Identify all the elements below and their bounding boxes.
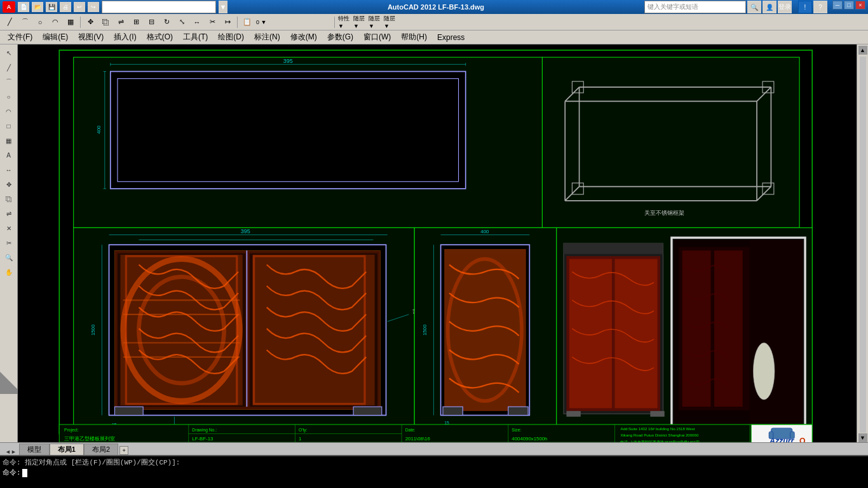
scroll-down[interactable]: ▼	[858, 433, 867, 442]
tool-erase[interactable]: ✕	[2, 221, 16, 235]
tb-lineweight[interactable]: 随层 ▼	[383, 16, 397, 29]
svg-text:Date:: Date:	[405, 428, 416, 432]
bottom-right-view	[557, 227, 812, 432]
minimize-button[interactable]: ─	[832, 1, 843, 10]
tool-move[interactable]: ✥	[2, 177, 16, 191]
svg-text:Xikang Road Putuo District Sha: Xikang Road Putuo District Shanghai 2000…	[620, 433, 699, 437]
tab-nav-left[interactable]: ◄ ►	[5, 449, 17, 455]
tb-trim[interactable]: ✂	[205, 16, 219, 29]
tool-pan[interactable]: ✋	[2, 265, 16, 279]
menu-bar: 文件(F) 编辑(E) 视图(V) 插入(I) 格式(O) 工具(T) 绘图(D…	[0, 30, 868, 44]
tool-dim[interactable]: ↔	[2, 163, 16, 177]
menu-params[interactable]: 参数(G)	[322, 30, 358, 44]
close-button[interactable]: ×	[855, 1, 865, 10]
svg-text:1500: 1500	[90, 324, 96, 336]
svg-text:1500: 1500	[422, 324, 428, 336]
tool-text[interactable]: A	[2, 148, 16, 162]
redo-button[interactable]: ↪	[88, 2, 99, 12]
svg-rect-88	[59, 424, 812, 442]
top-left-view: 395 400	[74, 57, 543, 227]
svg-text:1: 1	[299, 436, 301, 442]
svg-rect-77	[569, 259, 612, 409]
tool-mirror[interactable]: ⇌	[2, 207, 16, 220]
menu-edit[interactable]: 编辑(E)	[37, 30, 73, 44]
title-bar: A 📄 📂 💾 🖨 ↩ ↪ Lawrence ▼ ▼ AutoCAD 2012 …	[0, 0, 868, 14]
tb-hatch[interactable]: ▦	[64, 16, 78, 29]
menu-view[interactable]: 视图(V)	[73, 30, 109, 44]
tb-polyline[interactable]: ⌒	[18, 16, 32, 29]
save-button[interactable]: 💾	[46, 2, 57, 12]
menu-insert[interactable]: 插入(I)	[109, 30, 141, 44]
svg-rect-75	[564, 243, 663, 254]
tb-properties[interactable]: 特性 ▼	[337, 16, 351, 29]
menu-format[interactable]: 格式(O)	[142, 30, 178, 44]
tb-move[interactable]: ✥	[83, 16, 97, 29]
workspace-select[interactable]: Lawrence ▼	[102, 1, 216, 13]
menu-window[interactable]: 窗口(W)	[358, 30, 396, 44]
menu-modify[interactable]: 修改(M)	[285, 30, 322, 44]
tb-scale[interactable]: ⤡	[175, 16, 189, 29]
user-icon[interactable]: 👤	[763, 1, 776, 13]
menu-help[interactable]: 帮助(H)	[396, 30, 432, 44]
tab-model[interactable]: 模型	[19, 444, 50, 455]
menu-draw[interactable]: 绘图(D)	[213, 30, 249, 44]
tb-arc[interactable]: ◠	[48, 16, 62, 29]
print-button[interactable]: 🖨	[60, 2, 71, 12]
svg-rect-79	[566, 411, 580, 417]
tb-layers[interactable]: 📋	[240, 16, 254, 29]
tool-hatch[interactable]: ▦	[2, 133, 16, 147]
tb-circle[interactable]: ○	[33, 16, 47, 29]
tool-rect[interactable]: □	[2, 119, 16, 133]
info-button[interactable]: !	[798, 1, 812, 13]
workspace-arrow[interactable]: ▼	[219, 1, 227, 13]
tb-mirror[interactable]: ⇌	[114, 16, 128, 29]
tb-extend[interactable]: ↦	[220, 16, 234, 29]
cmd-input-line[interactable]: 命令:	[3, 468, 865, 478]
help-button[interactable]: ?	[813, 1, 827, 13]
menu-dimension[interactable]: 标注(N)	[249, 30, 285, 44]
svg-text:Project:: Project:	[64, 428, 79, 433]
login-button[interactable]: 登录	[778, 1, 792, 13]
search-box[interactable]: 键入关键字或短语	[644, 1, 746, 13]
tool-arc[interactable]: ◠	[2, 104, 16, 118]
sep1	[80, 17, 81, 28]
title-block: Project: 三甲港乙型楼板展列室 项 目: Title: B1F雅舒室 装…	[59, 424, 812, 442]
undo-button[interactable]: ↩	[74, 2, 85, 12]
tool-copy[interactable]: ⿻	[2, 192, 16, 206]
svg-rect-78	[614, 259, 657, 409]
main-svg: 395 400	[18, 44, 857, 442]
tab-layout2[interactable]: 布局2	[84, 444, 118, 455]
sep3	[334, 17, 335, 28]
tb-rotate[interactable]: ↻	[159, 16, 173, 29]
tab-layout1[interactable]: 布局1	[50, 444, 84, 455]
search-icon[interactable]: 🔍	[747, 1, 761, 13]
tool-circle[interactable]: ○	[2, 90, 16, 104]
tb-color[interactable]: 随层 ▼	[353, 16, 367, 29]
new-button[interactable]: 📄	[18, 2, 29, 12]
menu-file[interactable]: 文件(F)	[3, 30, 37, 44]
tool-select[interactable]: ↖	[2, 46, 16, 60]
scroll-up[interactable]: ▲	[858, 46, 867, 55]
tb-copy[interactable]: ⿻	[98, 16, 112, 29]
tb-linetype[interactable]: 随层 ▼	[368, 16, 382, 29]
tb-array[interactable]: ⊟	[144, 16, 158, 29]
tool-line[interactable]: ╱	[2, 60, 16, 74]
restore-button[interactable]: □	[844, 1, 854, 10]
tool-zoom[interactable]: 🔍	[2, 250, 16, 264]
svg-point-87	[753, 343, 775, 400]
tool-trim[interactable]: ✂	[2, 236, 16, 250]
autocad-logo: A	[3, 1, 15, 13]
tb-stretch[interactable]: ↔	[190, 16, 204, 29]
add-layout-button[interactable]: +	[119, 446, 128, 455]
drawing-canvas-area[interactable]: 395 400	[18, 44, 857, 442]
svg-rect-132	[790, 431, 795, 438]
menu-tools[interactable]: 工具(T)	[178, 30, 213, 44]
tb-layer-dropdown[interactable]: 0 ▼	[255, 16, 332, 29]
menu-express[interactable]: Express	[432, 30, 470, 44]
tool-polyline[interactable]: ⌒	[2, 75, 16, 89]
open-button[interactable]: 📂	[32, 2, 43, 12]
tb-line[interactable]: ╱	[3, 16, 17, 29]
tb-offset[interactable]: ⊞	[129, 16, 143, 29]
svg-rect-47	[252, 255, 374, 405]
svg-text:关至不锈钢框架: 关至不锈钢框架	[644, 210, 684, 216]
